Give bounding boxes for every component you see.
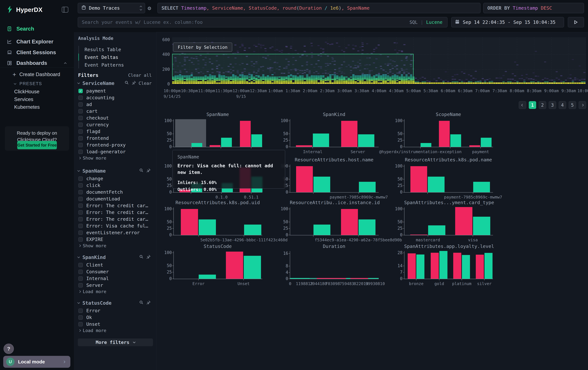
checkbox[interactable]	[78, 230, 83, 235]
filter-item-spanname[interactable]: Error: The credit card (…	[78, 202, 152, 209]
filter-item-spanname[interactable]: Error: Visa cache full: …	[78, 223, 152, 229]
bar-inliers[interactable]	[481, 138, 492, 147]
checkbox[interactable]	[78, 123, 83, 127]
select-query-input[interactable]: SELECT Timestamp, ServiceName, StatusCod…	[158, 3, 481, 13]
source-select[interactable]: Demo Traces	[78, 3, 145, 13]
filter-item-spankind[interactable]: Server	[78, 282, 152, 289]
bar-inliers[interactable]	[244, 256, 261, 279]
bar-inliers[interactable]	[221, 138, 232, 147]
bar-inliers[interactable]	[199, 275, 216, 279]
sidebar-preset-services[interactable]: Services	[14, 97, 33, 102]
analysis-mode-event-patterns[interactable]: Event Patterns	[84, 62, 124, 68]
bar-outliers[interactable]	[210, 145, 220, 147]
search-input[interactable]: Search your events w/ Lucene ex. column:…	[78, 17, 447, 27]
filter-item-servicename[interactable]: cart	[78, 108, 152, 114]
bar-inliers[interactable]	[428, 225, 445, 235]
checkbox[interactable]	[78, 136, 83, 140]
filter-item-spanname[interactable]: Error: The credit card (…	[78, 216, 152, 222]
bar-outliers[interactable]	[341, 121, 357, 147]
filter-item-servicename[interactable]: flagd	[78, 128, 152, 135]
checkbox[interactable]	[78, 276, 83, 281]
chart-scopename[interactable]: 02550100@hyperdx/instrumentation-excepti…	[404, 119, 493, 147]
chart-resourceattributes-k8s-pod-uid[interactable]: 025501005e02b5fb-13ae-4296-bbbc-111f423c…	[173, 207, 262, 235]
filter-item-spanname[interactable]: eventListener.error	[78, 230, 152, 236]
chart-spankind[interactable]: 02550100InternalServer	[290, 119, 379, 147]
bar-inliers[interactable]	[314, 177, 330, 192]
lang-sql-toggle[interactable]: SQL	[410, 20, 418, 25]
bar-outliers[interactable]	[296, 145, 312, 147]
chart-resourceattribu-ice-instance-id[interactable]: 02550100f5344ec9-a1ea-4290-a62a-78f5bee8…	[290, 207, 379, 235]
checkbox[interactable]	[78, 210, 83, 215]
pin-icon[interactable]	[146, 300, 151, 306]
bar-outliers[interactable]	[469, 145, 480, 147]
checkbox[interactable]	[78, 237, 83, 242]
checkbox[interactable]	[78, 263, 83, 267]
checkbox[interactable]	[78, 96, 83, 100]
bar-outliers[interactable]	[410, 166, 427, 192]
bar-outliers[interactable]	[181, 209, 198, 235]
checkbox[interactable]	[78, 109, 83, 113]
filter-group-more[interactable]: Show more	[79, 156, 106, 160]
date-range-input[interactable]: Sep 14 22:04:35 - Sep 15 10:04:35	[451, 17, 564, 27]
checkbox[interactable]	[78, 116, 83, 120]
page-button-1[interactable]: 1	[529, 101, 536, 109]
filter-group-header-servicename[interactable]: ServiceNameClear	[78, 80, 153, 86]
filter-item-servicename[interactable]: ad	[78, 101, 152, 108]
bar-outliers[interactable]	[439, 121, 450, 147]
bar-inliers[interactable]	[484, 253, 493, 279]
bar-inliers[interactable]	[439, 251, 447, 279]
bar-outliers[interactable]	[240, 121, 251, 147]
run-query-button[interactable]	[568, 17, 584, 27]
clear-all-button[interactable]: Clear all	[128, 73, 152, 78]
filter-item-spanname[interactable]: documentFetch	[78, 189, 152, 195]
filter-by-selection-button[interactable]: Filter by Selection	[173, 43, 232, 52]
checkbox[interactable]	[78, 322, 83, 326]
bar-outliers[interactable]	[341, 209, 358, 235]
bar-outliers[interactable]	[408, 253, 416, 279]
bar-inliers[interactable]	[244, 225, 261, 235]
chart-spanattributes-app-loyalty-level[interactable]: 071428bronzegoldplatinumsilver	[404, 251, 493, 279]
bar-inliers[interactable]	[199, 220, 216, 235]
sidebar-item-dashboards[interactable]: Dashboards	[0, 58, 74, 68]
sidebar-collapse-icon[interactable]	[62, 7, 68, 12]
filter-item-statuscode[interactable]: Unset	[78, 321, 152, 327]
bar-inliers[interactable]	[416, 254, 424, 279]
bar-inliers[interactable]	[428, 177, 445, 192]
bar-inliers[interactable]	[473, 182, 490, 192]
bar-inliers[interactable]	[420, 143, 431, 147]
presets-toggle[interactable]: PRESETS	[14, 81, 42, 86]
bar-inliers[interactable]	[358, 220, 376, 235]
sidebar-item-client-sessions[interactable]: Client Sessions	[0, 48, 74, 57]
filter-item-spankind[interactable]: Consumer	[78, 269, 152, 275]
page-prev-button[interactable]	[519, 101, 526, 109]
analysis-mode-event-deltas[interactable]: Event Deltas	[84, 55, 118, 60]
search-icon[interactable]	[139, 300, 144, 306]
checkbox[interactable]	[78, 143, 83, 147]
checkbox-checked[interactable]: ✓	[78, 89, 83, 93]
checkbox[interactable]	[78, 150, 83, 154]
checkbox[interactable]	[78, 183, 83, 188]
filter-group-more[interactable]: Load more	[79, 328, 106, 333]
analysis-mode-results-table[interactable]: Results Table	[84, 47, 121, 52]
filter-item-statuscode[interactable]: Ok	[78, 314, 152, 321]
sidebar-preset-kubernetes[interactable]: Kubernetes	[14, 104, 40, 110]
filter-item-servicename[interactable]: ✓payment	[78, 88, 152, 94]
bar-outliers[interactable]	[453, 253, 461, 279]
bar-outliers[interactable]	[296, 166, 313, 192]
filter-group-header-spankind[interactable]: SpanKind	[78, 254, 153, 260]
filter-item-spanname[interactable]: Error: The credit card (…	[78, 209, 152, 216]
filter-group-header-statuscode[interactable]: StatusCode	[78, 300, 153, 306]
bar-inliers[interactable]	[462, 255, 470, 279]
filter-item-servicename[interactable]: accounting	[78, 94, 152, 101]
checkbox[interactable]	[78, 102, 83, 107]
page-button-5[interactable]: 5	[569, 101, 576, 109]
gear-icon[interactable]: ⚙	[148, 5, 151, 11]
filter-item-spanname[interactable]: change	[78, 175, 152, 182]
bar-inliers[interactable]	[314, 225, 330, 235]
checkbox[interactable]	[78, 315, 83, 320]
more-filters-button[interactable]: More filters	[78, 339, 153, 346]
bar-inliers[interactable]	[359, 182, 376, 192]
get-started-button[interactable]: Get Started for Free	[17, 141, 57, 149]
create-dashboard-button[interactable]: + Create Dashboard	[12, 72, 60, 77]
checkbox[interactable]	[78, 197, 83, 201]
